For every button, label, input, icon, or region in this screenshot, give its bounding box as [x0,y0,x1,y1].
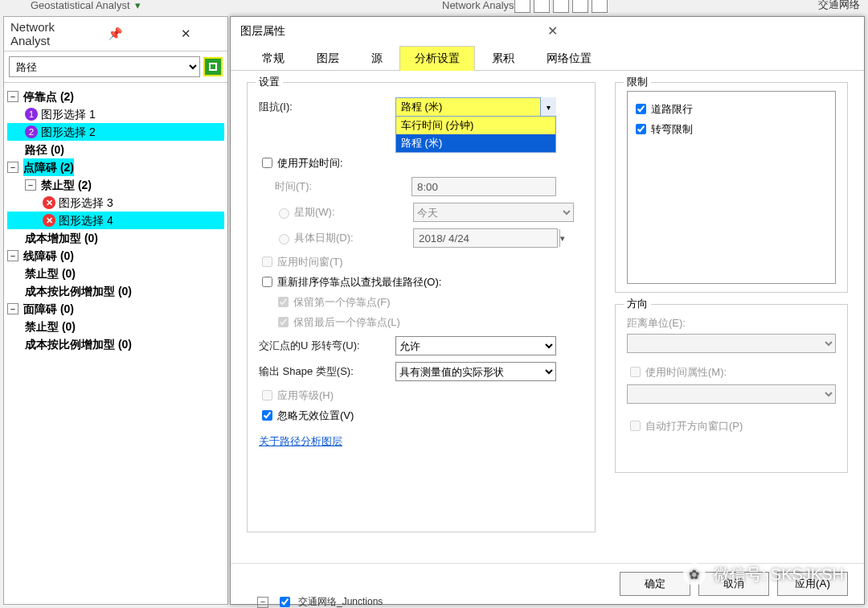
impedance-label: 阻抗(I): [259,100,395,114]
use-time-attr-label: 使用时间属性(M): [645,365,727,380]
keep-last-checkbox [278,317,289,327]
cancel-button[interactable]: 取消 [698,572,769,596]
tree-item[interactable]: 图形选择 2 [41,123,96,141]
expand-icon[interactable]: − [7,91,18,102]
tree-cost-scale-b[interactable]: 成本按比例增加型 (0) [25,335,132,353]
toolbar-icon[interactable] [514,0,530,13]
expand-icon[interactable]: − [7,162,18,173]
tab-analysis-settings[interactable]: 分析设置 [399,46,475,71]
reorder-stops-label: 重新排序停靠点以查找最佳路径(O): [277,275,441,290]
restrict-road-label: 道路限行 [651,102,693,117]
analysis-layer-select[interactable]: 路径 [9,56,200,77]
time-window-label: 应用时间窗(T) [277,255,343,269]
tree-stops[interactable]: 停靠点 (2) [23,88,74,105]
output-shape-select[interactable]: 具有测量值的实际形状 [395,362,556,381]
chevron-down-icon[interactable]: ▾ [540,97,556,117]
distance-unit-label: 距离单位(E): [627,316,836,331]
tree-line-barriers[interactable]: 线障碍 (0) [23,247,74,265]
ignore-invalid-checkbox[interactable] [262,410,272,421]
restrict-turn-label: 转弯限制 [651,122,693,137]
uturn-label: 交汇点的U 形转弯(U): [259,339,395,353]
solve-button[interactable] [203,57,223,76]
toc-layer-checkbox[interactable] [280,597,290,607]
toolbar-icon[interactable] [592,0,608,13]
use-start-time-checkbox[interactable] [262,158,272,168]
tab-general[interactable]: 常规 [247,46,300,71]
panel-title: Network Analyst [10,20,80,47]
reorder-stops-checkbox[interactable] [262,277,272,287]
close-panel-icon[interactable]: ✕ [151,27,221,41]
calendar-icon: ▾ [559,229,565,247]
apply-button[interactable]: 应用(A) [777,572,848,596]
expand-icon[interactable]: − [25,179,36,191]
close-icon[interactable]: ✕ [544,23,854,39]
tree-cost-scale[interactable]: 成本按比例增加型 (0) [25,282,132,300]
restrictions-title: 限制 [624,75,651,89]
ignore-invalid-label: 忽略无效位置(V) [277,409,354,423]
time-attr-select [627,384,836,404]
keep-first-label: 保留第一个停靠点(F) [293,295,391,310]
barrier-icon: ✕ [43,196,55,209]
tree-poly-barriers[interactable]: 面障碍 (0) [23,300,74,318]
use-start-time-label: 使用开始时间: [277,156,343,170]
bottom-toc-fragment: − 交通网络_Junctions [257,594,383,608]
dialog-tabs: 常规 图层 源 分析设置 累积 网络位置 [231,45,864,71]
day-select: 今天 [413,203,574,222]
keep-last-label: 保留最后一个停靠点(L) [293,315,400,330]
toolbar-icon[interactable] [534,0,550,13]
restrict-turn-checkbox[interactable] [636,124,646,134]
distance-unit-select [627,334,836,353]
tab-layer[interactable]: 图层 [301,46,354,71]
restrictions-list[interactable]: 道路限行 转弯限制 [627,91,836,284]
tree-item[interactable]: 图形选择 1 [41,105,96,123]
tab-source[interactable]: 源 [356,46,398,71]
impedance-option-time[interactable]: 车行时间 (分钟) [396,117,555,134]
network-analyst-panel: Network Analyst 📌 ✕ 路径 −停靠点 (2) 1图形选择 1 … [3,16,228,605]
layer-properties-dialog: 图层属性 ✕ 常规 图层 源 分析设置 累积 网络位置 设置 阻抗(I): 路程… [230,16,865,605]
hierarchy-checkbox [262,390,272,401]
direction-title: 方向 [624,297,651,311]
auto-open-dir-label: 自动打开方向窗口(P) [645,419,743,433]
impedance-dropdown-list: 车行时间 (分钟) 路程 (米) [395,116,556,153]
time-input [411,177,556,196]
toolbar-icon[interactable] [572,0,588,13]
tab-accumulation[interactable]: 累积 [477,46,530,71]
ok-button[interactable]: 确定 [620,572,690,596]
barrier-icon: ✕ [43,214,55,227]
pin-icon[interactable]: 📌 [80,27,150,41]
uturn-select[interactable]: 允许 [395,336,556,355]
use-time-attr-checkbox [630,367,641,377]
expand-icon[interactable]: − [257,597,268,608]
auto-open-dir-checkbox [630,421,641,431]
tree-forbid-type[interactable]: 禁止型 (2) [41,176,92,194]
toolbar-icon[interactable] [553,0,569,13]
geostat-toolbar-label: Geostatistical Analyst▾ [31,0,141,11]
impedance-combo[interactable]: 路程 (米) ▾ 车行时间 (分钟) 路程 (米) [395,97,556,117]
shape-label: 输出 Shape 类型(S): [259,364,395,379]
tree-forbid0b[interactable]: 禁止型 (0) [25,318,76,335]
tree-forbid0[interactable]: 禁止型 (0) [25,265,76,282]
date-input [414,232,559,244]
layer-tree: −停靠点 (2) 1图形选择 1 2图形选择 2 路径 (0) −点障碍 (2)… [4,83,227,358]
day-radio [279,208,289,219]
restrict-road-checkbox[interactable] [636,104,646,114]
time-label: 时间(T): [275,179,411,194]
tab-network-locations[interactable]: 网络位置 [531,46,607,71]
expand-icon[interactable]: − [7,250,18,261]
expand-icon[interactable]: − [7,303,18,314]
tree-route[interactable]: 路径 (0) [25,141,64,158]
tree-cost-add[interactable]: 成本增加型 (0) [25,229,98,247]
date-label: 具体日期(D): [294,231,413,245]
tree-point-barriers[interactable]: 点障碍 (2) [23,158,74,176]
stop-index-icon: 1 [25,108,38,121]
dialog-title: 图层属性 [240,24,544,39]
tree-item[interactable]: 图形选择 3 [59,194,113,212]
time-window-checkbox [262,257,272,267]
impedance-option-distance[interactable]: 路程 (米) [396,134,555,152]
date-picker: ▾ [413,228,558,248]
traffic-network-label: 交通网络 [818,0,860,12]
day-label: 星期(W): [294,205,413,220]
date-radio [279,234,289,244]
tree-item[interactable]: 图形选择 4 [59,212,113,229]
about-route-layer-link[interactable]: 关于路径分析图层 [259,434,342,449]
